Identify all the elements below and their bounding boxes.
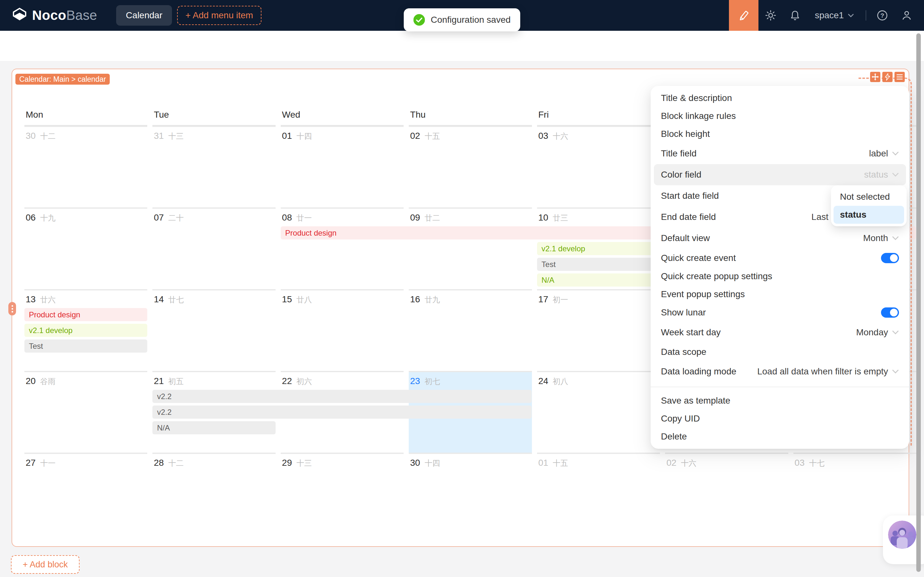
- calendar-event[interactable]: v2.1 develop: [24, 324, 147, 337]
- page-header: [0, 31, 924, 61]
- day-cell[interactable]: 06十九: [24, 207, 147, 289]
- day-cell[interactable]: 01十五: [537, 453, 660, 536]
- toast-text: Configuration saved: [431, 15, 510, 25]
- day-cell[interactable]: 02十五: [409, 126, 531, 207]
- chevron-down-icon: [848, 13, 854, 17]
- menu-item-title-description[interactable]: Title & description: [654, 89, 906, 107]
- weekday-label: Wed: [281, 110, 404, 126]
- question-circle-icon: ?: [877, 10, 888, 21]
- day-cell[interactable]: 15廿八: [281, 289, 404, 371]
- day-cell[interactable]: 27十一: [24, 453, 147, 536]
- menu-item-default-view[interactable]: Default view Month: [654, 227, 906, 249]
- workspace-name: space1: [815, 10, 844, 21]
- nocobase-logo-icon: [11, 7, 27, 23]
- page-scrollbar[interactable]: [916, 33, 921, 572]
- help-button[interactable]: ?: [870, 0, 895, 31]
- weekday-label: Tue: [152, 110, 275, 126]
- calendar-event[interactable]: N/A: [152, 421, 275, 434]
- lightning-icon: [884, 73, 891, 81]
- user-menu-button[interactable]: [895, 0, 919, 31]
- nav-tab-calendar[interactable]: Calendar: [116, 5, 172, 26]
- day-cell[interactable]: 24初八: [537, 371, 660, 453]
- menu-item-quick-create-popup-settings[interactable]: Quick create popup settings: [654, 268, 906, 285]
- menu-item-event-popup-settings[interactable]: Event popup settings: [654, 285, 906, 303]
- notifications-button[interactable]: [783, 0, 807, 31]
- success-check-icon: [413, 14, 425, 26]
- menu-item-week-start-day[interactable]: Week start day Monday: [654, 322, 906, 343]
- day-cell[interactable]: 20谷雨: [24, 371, 147, 453]
- day-cell[interactable]: 07二十: [152, 207, 275, 289]
- day-cell[interactable]: 08廿一: [281, 207, 404, 289]
- bell-icon: [789, 10, 801, 21]
- add-menu-item-button[interactable]: + Add menu item: [177, 6, 262, 25]
- svg-text:?: ?: [880, 12, 884, 19]
- chevron-down-icon: [892, 151, 899, 156]
- block-drag-button[interactable]: [870, 72, 880, 82]
- calendar-event[interactable]: v2.2: [152, 390, 531, 403]
- block-linkage-button[interactable]: [882, 72, 893, 82]
- day-cell[interactable]: 29十三: [281, 453, 404, 536]
- highlighter-pen-icon: [738, 9, 750, 21]
- menu-item-copy-uid[interactable]: Copy UID: [654, 410, 906, 428]
- menu-item-title-field[interactable]: Title field label: [654, 143, 906, 164]
- show-lunar-toggle[interactable]: [881, 308, 899, 318]
- add-block-button[interactable]: + Add block: [11, 555, 79, 574]
- day-cell[interactable]: 01十四: [281, 126, 404, 207]
- block-designer-toolbar: [870, 72, 905, 82]
- option-not-selected[interactable]: Not selected: [834, 188, 904, 206]
- day-cell[interactable]: 02十六: [665, 453, 788, 536]
- day-cell[interactable]: 17初一: [537, 289, 660, 371]
- option-status-selected[interactable]: status: [834, 206, 904, 224]
- menu-item-color-field[interactable]: Color field status: [654, 164, 906, 185]
- team-avatar-image: [888, 521, 916, 549]
- calendar-event[interactable]: v2.2: [152, 406, 531, 419]
- day-cell[interactable]: 30十四: [409, 453, 531, 536]
- menu-item-save-as-template[interactable]: Save as template: [654, 392, 906, 410]
- day-cell[interactable]: 31十三: [152, 126, 275, 207]
- menu-item-show-lunar[interactable]: Show lunar: [654, 303, 906, 322]
- weekday-label: Mon: [24, 110, 147, 126]
- settings-gear-button[interactable]: [758, 0, 783, 31]
- chevron-down-icon: [892, 172, 899, 177]
- assistant-avatar[interactable]: [888, 521, 916, 549]
- calendar-event[interactable]: v2.1 develop: [537, 242, 660, 255]
- brand-logo[interactable]: NocoBase: [0, 7, 97, 23]
- ui-editor-button[interactable]: [729, 0, 758, 31]
- day-cell[interactable]: 14廿七: [152, 289, 275, 371]
- weekday-label: Fri: [537, 110, 660, 126]
- menu-item-data-scope[interactable]: Data scope: [654, 343, 906, 361]
- toast-configuration-saved: Configuration saved: [404, 8, 520, 31]
- block-settings-menu: Title & description Block linkage rules …: [651, 86, 909, 449]
- menu-divider: [651, 387, 909, 387]
- menu-icon: [896, 73, 903, 81]
- chevron-down-icon: [892, 236, 899, 240]
- calendar-event[interactable]: Product design: [24, 308, 147, 321]
- calendar-event[interactable]: Test: [537, 258, 660, 271]
- menu-item-data-loading-mode[interactable]: Data loading mode Load all data when fil…: [654, 361, 906, 382]
- brand-name-bold: Noco: [32, 8, 66, 23]
- user-icon: [901, 10, 913, 21]
- chevron-down-icon: [892, 369, 899, 374]
- menu-item-delete[interactable]: Delete: [654, 428, 906, 446]
- block-drag-handle[interactable]: [8, 302, 16, 316]
- day-cell[interactable]: 28十二: [152, 453, 275, 536]
- chevron-down-icon: [892, 330, 899, 335]
- workspace-selector[interactable]: space1: [807, 10, 862, 21]
- nav-divider: [866, 10, 866, 21]
- day-cell[interactable]: 30十二: [24, 126, 147, 207]
- quick-create-event-toggle[interactable]: [881, 253, 899, 263]
- calendar-event[interactable]: Test: [24, 340, 147, 353]
- color-field-options-popup: Not selected status: [831, 185, 907, 226]
- block-settings-menu-button[interactable]: [895, 72, 905, 82]
- menu-item-block-height[interactable]: Block height: [654, 125, 906, 143]
- calendar-event[interactable]: N/A: [537, 274, 660, 287]
- day-cell[interactable]: 09廿二: [409, 207, 531, 289]
- block-breadcrumb-badge: Calendar: Main > calendar: [15, 74, 110, 85]
- menu-item-quick-create-event[interactable]: Quick create event: [654, 249, 906, 268]
- move-icon: [871, 73, 879, 81]
- gear-icon: [765, 10, 776, 21]
- day-cell[interactable]: 03十六: [537, 126, 660, 207]
- menu-item-block-linkage-rules[interactable]: Block linkage rules: [654, 107, 906, 125]
- day-cell[interactable]: 16廿九: [409, 289, 531, 371]
- weekday-label: Thu: [409, 110, 531, 126]
